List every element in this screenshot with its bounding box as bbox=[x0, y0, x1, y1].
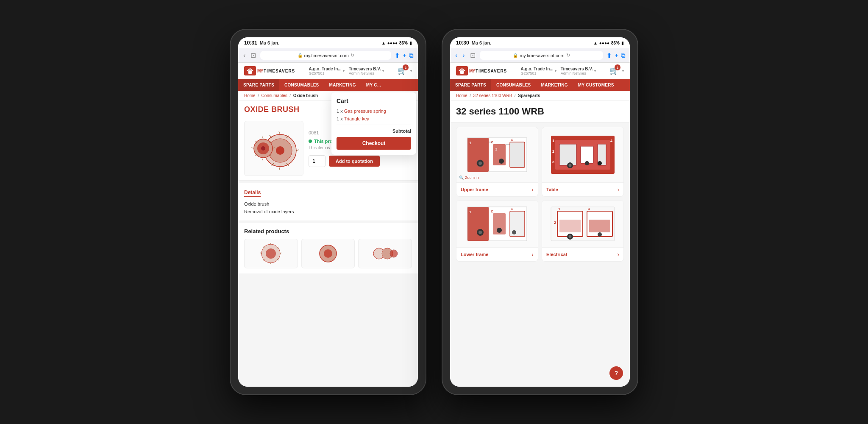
reload-icon-left: ↻ bbox=[351, 53, 354, 58]
logo-my-left: MY bbox=[257, 69, 263, 73]
browser-bar-right: ‹ › ⊡ 🔒 my.timesaversint.com ↻ ⬆ + ⧉ bbox=[450, 48, 630, 63]
back-btn-right[interactable]: ‹ bbox=[454, 52, 458, 59]
parts-footer-electrical: Electrical › bbox=[542, 247, 623, 261]
parts-card-upper-frame[interactable]: 1 2 3 4 🔍 bbox=[456, 127, 538, 197]
account-chevron-right: ▾ bbox=[555, 69, 556, 73]
parts-card-electrical[interactable]: 1 2 4 Electrical › bbox=[542, 200, 624, 262]
address-bar-right[interactable]: 🔒 my.timesaversint.com ↻ bbox=[480, 51, 604, 60]
breadcrumb-current-left: Oxide brush bbox=[293, 93, 318, 98]
company-chevron-left: ▾ bbox=[382, 69, 384, 73]
cart-title: Cart bbox=[337, 98, 411, 104]
parts-grid-right: 1 2 3 4 🔍 bbox=[450, 123, 630, 266]
company-role-right: Admin Netvlies bbox=[561, 71, 593, 75]
reload-icon-right: ↻ bbox=[566, 53, 570, 58]
address-bar-left[interactable]: 🔒 my.timesaversint.com ↻ bbox=[260, 51, 391, 60]
related-section-left: Related products bbox=[238, 223, 418, 273]
bookmark-btn-right[interactable]: ⊡ bbox=[469, 51, 476, 59]
bookmark-btn-left[interactable]: ⊡ bbox=[250, 51, 257, 59]
nav-spare-parts-right[interactable]: SPARE PARTS bbox=[450, 79, 491, 91]
details-line2-left: Removal of oxide layers bbox=[244, 208, 412, 216]
header-right-left: 🛒 2 ▾ bbox=[398, 66, 412, 75]
help-btn-right[interactable]: ? bbox=[609, 366, 623, 380]
account-left[interactable]: A.g.o. Trade In... G257501 ▾ bbox=[309, 67, 344, 75]
nav-marketing-left[interactable]: MARKETING bbox=[324, 79, 361, 91]
nav-my-customers-right[interactable]: MY CUSTOMERS bbox=[573, 79, 619, 91]
tabs-icon-right[interactable]: ⧉ bbox=[621, 52, 626, 59]
svg-line-8 bbox=[279, 167, 280, 170]
parts-label-lower-frame: Lower frame bbox=[461, 252, 488, 257]
related-item-3[interactable] bbox=[358, 239, 412, 268]
svg-text:2: 2 bbox=[552, 149, 554, 153]
company-chevron-right: ▾ bbox=[594, 69, 596, 73]
new-tab-icon-left[interactable]: + bbox=[403, 52, 406, 59]
parts-label-electrical: Electrical bbox=[546, 252, 567, 257]
cart-icon-right[interactable]: 🛒 2 bbox=[609, 66, 619, 75]
add-to-cart-btn-left[interactable]: Add to quotation bbox=[329, 156, 380, 167]
breadcrumb-home-left[interactable]: Home bbox=[244, 93, 256, 98]
share-icon-left[interactable]: ⬆ bbox=[395, 52, 400, 59]
cart-item2-name[interactable]: Triangle key bbox=[344, 116, 370, 121]
nav-marketing-right[interactable]: MARKETING bbox=[536, 79, 573, 91]
logo-right: MY TIMESAVERS bbox=[456, 66, 507, 75]
logo-brand-left: TIMESAVERS bbox=[264, 69, 295, 73]
svg-line-19 bbox=[262, 158, 263, 160]
parts-image-upper-frame: 1 2 3 4 🔍 bbox=[456, 127, 538, 182]
browser-actions-left: ⬆ + ⧉ bbox=[395, 52, 414, 59]
breadcrumb-home-right[interactable]: Home bbox=[456, 93, 467, 98]
page-content-right: Home / 32 series 1100 WRB / Spareparts 3… bbox=[450, 91, 630, 387]
details-tab-left[interactable]: Details bbox=[244, 190, 261, 197]
cart-item-2: 1 x Triangle key bbox=[337, 116, 411, 121]
parts-card-table[interactable]: 1 2 3 4 Table › bbox=[542, 127, 624, 197]
status-bar-right: 10:30 Ma 6 jan. ▲ ●●●● 86% ▮ bbox=[450, 37, 630, 48]
related-item-2[interactable] bbox=[301, 239, 355, 268]
parts-label-upper-frame: Upper frame bbox=[461, 187, 488, 192]
svg-rect-80 bbox=[589, 220, 610, 232]
svg-point-14 bbox=[261, 146, 265, 151]
svg-text:3: 3 bbox=[552, 160, 554, 164]
company-role-left: Admin Netvlies bbox=[349, 71, 381, 75]
account-id-left: G257501 bbox=[309, 71, 341, 75]
svg-point-63 bbox=[585, 161, 589, 165]
parts-footer-table: Table › bbox=[542, 182, 623, 196]
cart-icon-left[interactable]: 🛒 2 bbox=[398, 66, 407, 75]
account-right[interactable]: A.g.o. Trade In... G257501 ▾ bbox=[520, 67, 556, 75]
wifi-icon: ▲ bbox=[381, 41, 386, 45]
wifi-icon-right: ▲ bbox=[593, 41, 598, 45]
nav-consumables-left[interactable]: CONSUMABLES bbox=[279, 79, 324, 91]
logo-icon-left bbox=[244, 66, 256, 75]
company-right[interactable]: Timesavers B.V. Admin Netvlies ▾ bbox=[561, 67, 596, 75]
add-to-cart-row-left: Add to quotation bbox=[309, 155, 412, 167]
related-grid-left bbox=[244, 239, 412, 268]
header-center-right: A.g.o. Trade In... G257501 ▾ Timesavers … bbox=[520, 67, 595, 75]
breadcrumb-parent-left[interactable]: Consumables bbox=[262, 93, 287, 98]
cart-item1-name[interactable]: Gas pressure spring bbox=[344, 109, 386, 114]
company-left[interactable]: Timesavers B.V. Admin Netvlies ▾ bbox=[349, 67, 384, 75]
time-left: 10:31 bbox=[244, 40, 257, 46]
parts-card-lower-frame[interactable]: 1 2 4 Lower frame › bbox=[456, 200, 538, 262]
svg-rect-38 bbox=[460, 70, 464, 74]
nav-my-left[interactable]: MY C... bbox=[361, 79, 386, 91]
breadcrumb-parent-right[interactable]: 32 series 1100 WRB bbox=[473, 93, 512, 98]
parts-image-table: 1 2 3 4 bbox=[542, 127, 623, 182]
svg-point-86 bbox=[598, 232, 602, 237]
nav-spare-parts-left[interactable]: SPARE PARTS bbox=[238, 79, 279, 91]
tabs-icon-left[interactable]: ⧉ bbox=[409, 52, 414, 59]
cart-badge-left: 2 bbox=[403, 64, 409, 70]
nav-consumables-right[interactable]: CONSUMABLES bbox=[491, 79, 536, 91]
browser-bar-left: ‹ ⊡ 🔒 my.timesaversint.com ↻ ⬆ + ⧉ bbox=[238, 48, 418, 63]
zoom-hint-upper-frame[interactable]: 🔍 Zoom in bbox=[459, 176, 479, 180]
related-item-1[interactable] bbox=[244, 239, 298, 268]
parts-image-electrical: 1 2 4 bbox=[542, 201, 623, 247]
parts-footer-lower-frame: Lower frame › bbox=[456, 247, 538, 261]
qty-input-left[interactable] bbox=[309, 155, 326, 167]
share-icon-right[interactable]: ⬆ bbox=[606, 52, 612, 59]
back-btn-left[interactable]: ‹ bbox=[242, 52, 246, 59]
logo-brand-right: TIMESAVERS bbox=[476, 69, 507, 73]
checkout-btn[interactable]: Checkout bbox=[337, 137, 411, 150]
svg-line-15 bbox=[262, 137, 263, 139]
svg-line-21 bbox=[251, 148, 254, 148]
new-tab-icon-right[interactable]: + bbox=[615, 52, 618, 59]
forward-btn-right[interactable]: › bbox=[462, 52, 465, 59]
date-right: Ma 6 jan. bbox=[472, 40, 491, 45]
battery-icon-right: ▮ bbox=[621, 41, 624, 45]
